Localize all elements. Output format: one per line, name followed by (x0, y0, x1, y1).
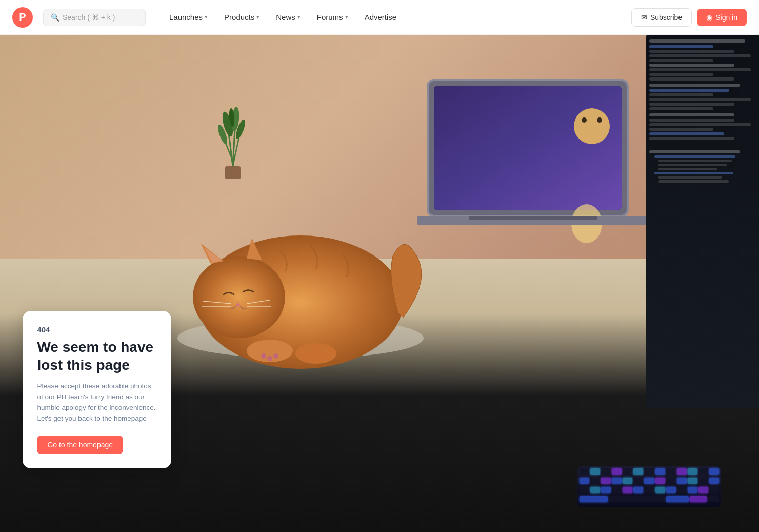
monitor-screen (646, 35, 759, 408)
navbar: P 🔍 Search ( ⌘ + k ) Launches ▾ Products… (0, 0, 759, 35)
signin-label: Sign in (715, 13, 737, 22)
svg-point-21 (193, 256, 285, 338)
nav-item-news[interactable]: News ▾ (269, 9, 308, 26)
keyboard (577, 466, 721, 507)
forums-chevron: ▾ (345, 14, 348, 21)
search-placeholder: Search ( ⌘ + k ) (63, 13, 115, 22)
svg-point-33 (267, 356, 272, 361)
nav-links: Launches ▾ Products ▾ News ▾ Forums ▾ Ad… (162, 9, 627, 26)
signin-button[interactable]: ◉ Sign in (697, 9, 747, 26)
svg-point-34 (273, 353, 278, 359)
error-card: 404 We seem to have lost this page Pleas… (23, 311, 171, 468)
laptop (417, 75, 648, 254)
news-chevron: ▾ (297, 14, 301, 21)
svg-point-15 (597, 117, 602, 123)
launches-chevron: ▾ (205, 14, 208, 21)
products-label: Products (224, 13, 254, 22)
subscribe-icon: ✉ (641, 13, 647, 22)
svg-point-13 (574, 108, 610, 144)
error-description: Please accept these adorable photos of o… (37, 381, 157, 424)
nav-item-products[interactable]: Products ▾ (217, 9, 267, 26)
cat (167, 174, 434, 369)
svg-point-31 (295, 343, 336, 364)
svg-rect-12 (434, 86, 622, 210)
plant (212, 94, 253, 187)
forums-label: Forums (317, 13, 343, 22)
monitor-right (646, 35, 759, 408)
error-code: 404 (37, 325, 157, 334)
logo-letter: P (19, 11, 26, 23)
svg-point-32 (261, 353, 266, 359)
homepage-button[interactable]: Go to the homepage (37, 436, 123, 454)
subscribe-label: Subscribe (650, 13, 682, 22)
nav-item-forums[interactable]: Forums ▾ (310, 9, 355, 26)
logo[interactable]: P (12, 7, 33, 28)
svg-point-14 (582, 117, 587, 123)
nav-item-advertise[interactable]: Advertise (357, 9, 404, 26)
subscribe-button[interactable]: ✉ Subscribe (631, 8, 692, 27)
advertise-label: Advertise (365, 13, 397, 22)
launches-label: Launches (169, 13, 203, 22)
signin-icon: ◉ (706, 13, 712, 22)
homepage-button-label: Go to the homepage (47, 441, 113, 449)
svg-rect-18 (469, 216, 597, 220)
news-label: News (276, 13, 295, 22)
error-title: We seem to have lost this page (37, 338, 157, 374)
nav-item-launches[interactable]: Launches ▾ (162, 9, 215, 26)
nav-right: ✉ Subscribe ◉ Sign in (631, 8, 747, 27)
products-chevron: ▾ (256, 14, 259, 21)
search-box[interactable]: 🔍 Search ( ⌘ + k ) (43, 9, 146, 26)
search-icon: 🔍 (51, 13, 59, 22)
